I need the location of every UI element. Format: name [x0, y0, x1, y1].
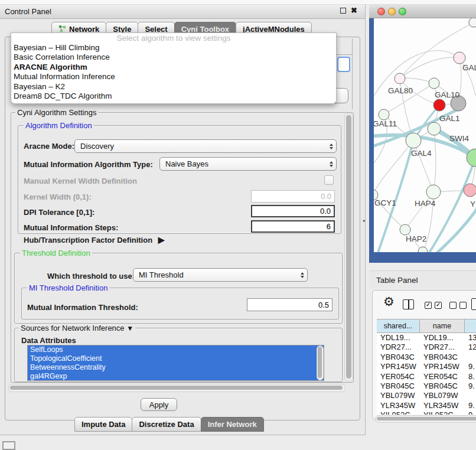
data-attributes-label: Data Attributes	[21, 336, 76, 345]
bottom-tab-impute-data[interactable]: Impute Data	[74, 417, 132, 432]
table-cell: YLR345W	[420, 401, 465, 410]
expand-right-icon[interactable]: ▶	[158, 235, 165, 244]
network-frame-left	[369, 18, 374, 252]
node-label-gal: GAL	[462, 63, 476, 72]
network-node-swi4[interactable]	[428, 122, 441, 135]
network-node-gal1[interactable]	[433, 99, 445, 111]
control-panel-titlebar: Control Panel ✖	[0, 5, 365, 19]
algorithm-option-mutual-information-inference[interactable]: Mutual Information Inference	[11, 72, 336, 81]
column-header-name[interactable]: name	[420, 319, 465, 333]
table-cell: 12	[465, 343, 476, 352]
kernel-width-field[interactable]: 0.0	[251, 190, 335, 203]
table-row[interactable]: YIL052CYIL052C9	[377, 410, 476, 415]
mi-steps-field[interactable]: 6	[251, 220, 335, 233]
close-traffic-light[interactable]	[377, 8, 385, 15]
float-icon[interactable]	[340, 8, 346, 14]
algorithm-dropdown-popup: Select algorithm to view settings Bayesi…	[11, 32, 337, 104]
attribute-selfloops[interactable]: SelfLoops	[28, 345, 324, 354]
manual-kernel-width-label: Manual Kernel Width Definition	[24, 177, 137, 185]
table-cell: YBR045C	[420, 381, 465, 391]
node-label-hap2: HAP2	[406, 234, 426, 243]
table-cell	[465, 353, 476, 362]
table-cell: 9.	[465, 362, 476, 371]
which-threshold-combo[interactable]: MI Threshold	[133, 268, 308, 282]
network-node-hap4[interactable]	[426, 185, 441, 199]
table-cell: 9.	[465, 401, 476, 410]
table-cell: YDR27...	[420, 343, 465, 352]
algorithm-option-bayesian-hill-climbing[interactable]: Bayesian – Hill Climbing	[11, 43, 336, 53]
table-row[interactable]: YER054CYER054C8.	[377, 372, 476, 381]
hub-section-label[interactable]: Hub/Transcription Factor Definition ▶	[24, 235, 165, 244]
table-row[interactable]: YBL079WYBL079W	[377, 391, 476, 400]
bottom-tab-infer-network[interactable]: Infer Network	[201, 417, 264, 432]
collapse-down-icon[interactable]: ▼	[126, 324, 133, 332]
table-row[interactable]: YLR345WYLR345W9.	[377, 401, 476, 410]
aracne-mode-combo[interactable]: Discovery	[74, 139, 337, 153]
attribute-topologicalcoefficient[interactable]: TopologicalCoefficient	[28, 354, 324, 363]
collapsed-panel-icon[interactable]	[2, 441, 15, 450]
settings-vertical-scrollbar[interactable]	[344, 113, 353, 381]
algorithm-option-aracne-algorithm[interactable]: ARACNE Algorithm	[11, 63, 336, 72]
gear-icon[interactable]: ⚙	[383, 295, 395, 309]
dpi-tolerance-field[interactable]: 0.0	[251, 205, 335, 217]
table-row[interactable]: YBR043CYBR043C	[377, 353, 476, 362]
table-panel-header: Table Panel	[369, 270, 476, 288]
network-node[interactable]	[469, 18, 476, 27]
algorithm-option-basic-correlation-inference[interactable]: Basic Correlation Inference	[11, 53, 336, 62]
table-cell: YER054C	[420, 372, 465, 381]
apply-button[interactable]: Apply	[141, 398, 177, 411]
algorithm-option-dream8-dc-tdc-algorithm[interactable]: Dream8 DC_TDC Algorithm	[11, 92, 336, 101]
data-attributes-list[interactable]: SelfLoopsTopologicalCoefficientBetweenne…	[27, 345, 324, 381]
mi-threshold-field[interactable]: 0.5	[247, 298, 332, 311]
table-row[interactable]: YDL19...YDL19...13	[377, 333, 476, 343]
network-graph[interactable]: GALGAL80GAL10GAL1GAL11SWI4GAL4GCY1HAP4YH…	[374, 18, 476, 252]
table-cell: YBR043C	[377, 353, 420, 362]
algorithm-option-bayesian-k2[interactable]: Bayesian – K2	[11, 82, 336, 92]
network-node-y[interactable]	[464, 184, 476, 197]
table-row[interactable]: YDR27...YDR27...12	[377, 343, 476, 352]
table-row[interactable]: YBR045CYBR045C9.	[377, 381, 476, 391]
hidden-group-border-fragment	[352, 38, 353, 109]
node-label-gal11: GAL11	[374, 119, 397, 128]
bottom-tab-discretize-data[interactable]: Discretize Data	[132, 417, 201, 432]
tab-label: Discretize Data	[139, 420, 194, 429]
node-label-gal4: GAL4	[411, 149, 432, 158]
document-icon[interactable]	[471, 298, 476, 310]
network-node-gal11[interactable]	[379, 109, 389, 120]
hub-section-text: Hub/Transcription Factor Definition	[24, 236, 152, 244]
minimize-traffic-light[interactable]	[388, 8, 396, 15]
attributes-scrollbar[interactable]	[317, 345, 324, 380]
sources-group-title[interactable]: Sources for Network Inference ▼	[19, 324, 135, 332]
mi-type-combo[interactable]: Naive Bayes	[159, 157, 337, 171]
settings-horizontal-scrollbar[interactable]	[8, 384, 345, 392]
table-cell: YDL19...	[377, 333, 420, 343]
network-node-gal80[interactable]	[395, 73, 405, 84]
table-horizontal-scrollbar[interactable]	[375, 415, 476, 423]
checked-checkboxes-icon[interactable]: ✓ ✓	[425, 302, 442, 309]
unchecked-checkboxes-icon[interactable]	[449, 302, 467, 309]
kernel-width-label: Kernel Width (0,1):	[24, 193, 92, 201]
table-row[interactable]: YPR145WYPR145W9.	[377, 362, 476, 371]
table-cell: YPR145W	[420, 362, 465, 371]
attribute-gal4rgexp[interactable]: gal4RGexp	[28, 372, 324, 381]
settings-group-title: Cyni Algorithm Settings	[15, 108, 98, 117]
split-view-icon[interactable]	[403, 299, 414, 309]
network-node-gal[interactable]	[454, 52, 465, 64]
table-cell: YDR27...	[377, 343, 420, 352]
network-node-hap2[interactable]	[400, 224, 410, 235]
network-edge	[435, 206, 476, 252]
mi-type-label: Mutual Information Algorithm Type:	[24, 160, 153, 169]
attribute-betweennesscentrality[interactable]: BetweennessCentrality	[28, 363, 324, 372]
stepper-icon	[301, 272, 304, 278]
table-cell: 8.	[465, 372, 476, 381]
network-canvas[interactable]: GALGAL80GAL10GAL1GAL11SWI4GAL4GCY1HAP4YH…	[374, 18, 476, 252]
manual-kernel-width-checkbox[interactable]	[324, 175, 334, 185]
close-icon[interactable]: ✖	[351, 6, 357, 15]
mi-threshold-label: Mutual Information Threshold:	[27, 303, 138, 312]
network-node-gal10[interactable]	[429, 78, 439, 89]
network-node-gal4[interactable]	[406, 133, 421, 148]
column-header-2[interactable]	[465, 319, 476, 333]
zoom-traffic-light[interactable]	[399, 8, 406, 15]
column-header-shared[interactable]: shared...	[377, 319, 420, 333]
table-cell: 9	[465, 410, 476, 415]
